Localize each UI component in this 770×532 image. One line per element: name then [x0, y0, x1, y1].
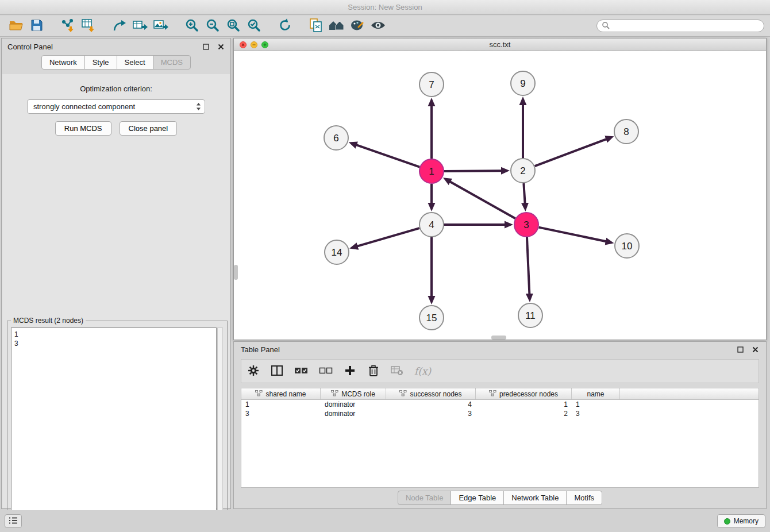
table-row[interactable]: 1 dominator 4 1 1 [241, 400, 759, 409]
cell-predecessor-nodes[interactable]: 1 [476, 400, 572, 408]
import-table-button[interactable] [78, 17, 99, 34]
import-network-button[interactable] [57, 17, 78, 34]
search-icon [602, 21, 610, 31]
tab-motifs[interactable]: Motifs [566, 491, 602, 505]
run-mcds-button[interactable]: Run MCDS [55, 121, 111, 136]
graph-node-1[interactable]: 1 [419, 159, 444, 183]
duplicate-network-button[interactable] [306, 17, 326, 34]
close-window-icon[interactable] [240, 41, 247, 50]
close-panel-button[interactable]: Close panel [120, 121, 178, 136]
edge-3-11[interactable] [527, 237, 529, 294]
mcds-result-text[interactable]: 1 3 [11, 327, 217, 532]
function-builder-button[interactable]: f(x) [414, 364, 431, 379]
cell-name[interactable]: 3 [572, 410, 620, 418]
tab-network-table[interactable]: Network Table [503, 491, 567, 505]
maximize-window-icon[interactable] [261, 41, 268, 50]
column-header-name[interactable]: name [572, 388, 620, 399]
tab-style[interactable]: Style [84, 55, 117, 70]
zoom-in-button[interactable] [182, 17, 202, 34]
float-panel-icon[interactable] [202, 43, 210, 51]
export-network-button[interactable] [109, 17, 130, 34]
open-session-button[interactable] [6, 17, 26, 34]
graph-node-10[interactable]: 10 [615, 234, 639, 258]
graph-node-label: 6 [333, 133, 338, 144]
deselect-all-rows-button[interactable] [319, 364, 333, 379]
zoom-selected-button[interactable] [244, 17, 264, 34]
graph-node-9[interactable]: 9 [511, 71, 535, 95]
sort-icon [255, 390, 263, 398]
edge-2-8[interactable] [535, 139, 607, 166]
graph-node-label: 15 [426, 313, 437, 323]
zoom-fit-button[interactable] [223, 17, 244, 34]
save-session-button[interactable] [26, 17, 47, 34]
cell-successor-nodes[interactable]: 3 [386, 410, 476, 418]
table-row[interactable]: 3 dominator 3 2 3 [241, 409, 759, 418]
graph-node-3[interactable]: 3 [514, 213, 538, 237]
table-settings-button[interactable] [247, 364, 260, 379]
graph-node-6[interactable]: 6 [324, 126, 348, 150]
result-scrollbar[interactable] [217, 327, 223, 532]
edge-2-3[interactable] [523, 183, 525, 203]
global-search-input[interactable] [613, 22, 759, 30]
tab-select[interactable]: Select [117, 55, 153, 70]
cell-shared-name[interactable]: 3 [241, 410, 321, 418]
close-panel-icon[interactable] [217, 43, 225, 51]
criterion-dropdown[interactable]: strongly connected component [27, 99, 205, 114]
show-hide-button[interactable] [368, 17, 388, 34]
edge-1-2[interactable] [444, 171, 502, 171]
close-panel-icon[interactable] [751, 345, 759, 353]
horizontal-scrollbar-thumb[interactable] [491, 336, 506, 340]
show-columns-button[interactable] [271, 364, 283, 379]
export-image-button[interactable] [151, 17, 171, 34]
zoom-fit-icon [226, 18, 241, 34]
float-panel-icon[interactable] [736, 345, 744, 353]
zoom-out-icon [205, 18, 220, 34]
table-panel: Table Panel [233, 341, 767, 509]
delete-row-button[interactable] [367, 364, 380, 379]
network-graph[interactable]: 7968124314101511 [234, 51, 766, 340]
zoom-out-button[interactable] [202, 17, 223, 34]
export-table-button[interactable] [130, 17, 151, 34]
graph-node-7[interactable]: 7 [419, 72, 444, 97]
graph-node-14[interactable]: 14 [325, 240, 349, 264]
edge-3-10[interactable] [539, 228, 606, 242]
cell-predecessor-nodes[interactable]: 2 [476, 410, 572, 418]
graph-node-11[interactable]: 11 [518, 303, 542, 327]
column-label: shared name [265, 390, 306, 398]
column-header-predecessor-nodes[interactable]: predecessor nodes [476, 388, 572, 399]
minimize-window-icon[interactable] [251, 41, 257, 50]
column-header-successor-nodes[interactable]: successor nodes [386, 388, 476, 399]
graph-node-15[interactable]: 15 [419, 306, 444, 330]
memory-button[interactable]: Memory [717, 514, 765, 528]
import-network-icon [60, 18, 75, 34]
select-all-rows-button[interactable] [294, 364, 308, 379]
tab-mcds[interactable]: MCDS [153, 55, 191, 70]
column-header-shared-name[interactable]: shared name [241, 388, 321, 399]
tab-network[interactable]: Network [41, 55, 85, 70]
global-search-box[interactable] [596, 20, 764, 32]
home-button[interactable] [326, 17, 347, 34]
network-canvas[interactable]: 7968124314101511 [234, 51, 766, 340]
cell-mcds-role[interactable]: dominator [321, 400, 386, 408]
delete-table-button[interactable] [391, 364, 403, 379]
tab-edge-table[interactable]: Edge Table [451, 491, 504, 505]
cell-shared-name[interactable]: 1 [241, 400, 321, 408]
graph-node-8[interactable]: 8 [614, 119, 638, 144]
mcds-result-box: MCDS result (2 nodes) 1 3 [7, 321, 228, 532]
edge-4-14[interactable] [357, 228, 419, 246]
graph-node-4[interactable]: 4 [419, 213, 444, 237]
cell-name[interactable]: 1 [572, 400, 620, 408]
graph-node-2[interactable]: 2 [511, 159, 535, 183]
apply-style-button[interactable] [347, 17, 368, 34]
cell-successor-nodes[interactable]: 4 [386, 400, 476, 408]
edge-3-1[interactable] [450, 182, 515, 218]
add-row-button[interactable] [344, 364, 356, 379]
refresh-button[interactable] [275, 17, 295, 34]
toolbar-separator [264, 17, 275, 34]
tab-node-table[interactable]: Node Table [398, 491, 452, 505]
task-history-button[interactable] [5, 514, 22, 528]
vertical-scrollbar-thumb[interactable] [234, 265, 238, 280]
cell-mcds-role[interactable]: dominator [321, 410, 386, 418]
edge-1-6[interactable] [356, 145, 419, 167]
column-header-mcds-role[interactable]: MCDS role [321, 388, 386, 399]
